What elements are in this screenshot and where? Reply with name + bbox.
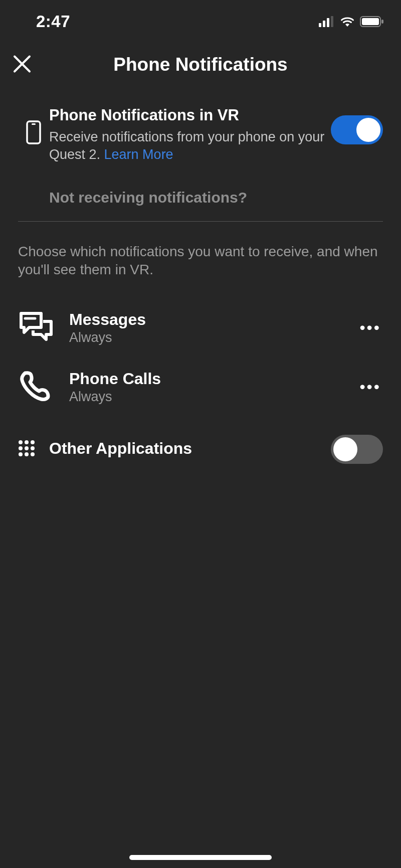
notification-row-messages[interactable]: Messages Always ••• [18,298,383,358]
svg-point-14 [31,440,35,444]
setting-title: Phone Notifications in VR [49,106,325,124]
svg-point-19 [25,452,29,456]
svg-point-15 [19,446,23,450]
notification-row-other-apps: Other Applications [18,420,383,479]
phone-notifications-toggle-row: Phone Notifications in VR Receive notifi… [18,92,383,172]
apps-grid-icon [18,440,35,459]
messages-more-button[interactable]: ••• [357,314,383,341]
svg-rect-2 [327,18,329,27]
notification-title: Messages [69,310,357,329]
battery-icon [360,16,384,27]
svg-point-16 [25,446,29,450]
setting-description: Receive notifications from your phone on… [49,128,325,163]
wifi-icon [340,16,355,27]
messages-icon [18,310,54,345]
close-icon [12,68,32,76]
not-receiving-help-link[interactable]: Not receiving notifications? [18,172,383,221]
header: Phone Notifications [0,37,401,92]
page-title: Phone Notifications [113,54,287,75]
notification-subtitle: Always [69,389,357,405]
more-icon: ••• [359,378,381,396]
svg-point-12 [19,440,23,444]
close-button[interactable] [12,54,32,76]
svg-rect-6 [381,20,383,24]
phone-calls-icon [18,369,52,405]
home-indicator [129,855,272,860]
choose-notifications-text: Choose which notifications you want to r… [18,222,383,298]
svg-point-17 [31,446,35,450]
notification-row-phone-calls[interactable]: Phone Calls Always ••• [18,358,383,417]
svg-rect-5 [362,18,379,25]
notification-subtitle: Always [69,330,357,345]
phone-notifications-toggle[interactable] [331,115,383,144]
status-time: 2:47 [36,12,70,31]
other-applications-label: Other Applications [49,439,331,458]
svg-rect-3 [331,16,333,27]
learn-more-link[interactable]: Learn More [104,147,173,162]
notification-title: Phone Calls [69,370,357,388]
phone-icon [26,120,41,146]
svg-point-13 [25,440,29,444]
svg-rect-0 [319,23,321,27]
svg-point-18 [19,452,23,456]
status-icons [319,16,384,27]
cellular-signal-icon [319,16,335,27]
svg-point-20 [31,452,35,456]
more-icon: ••• [359,318,381,336]
other-applications-toggle[interactable] [331,435,383,464]
status-bar: 2:47 [0,0,401,37]
phone-calls-more-button[interactable]: ••• [357,374,383,400]
svg-rect-10 [32,123,36,125]
svg-rect-1 [323,21,325,27]
